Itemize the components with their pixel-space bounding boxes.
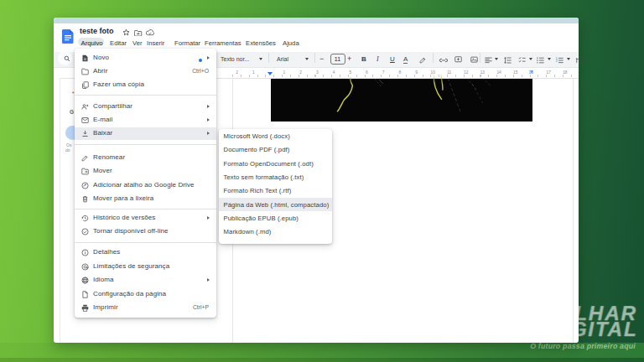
svg-text:2: 2 [556, 59, 558, 62]
